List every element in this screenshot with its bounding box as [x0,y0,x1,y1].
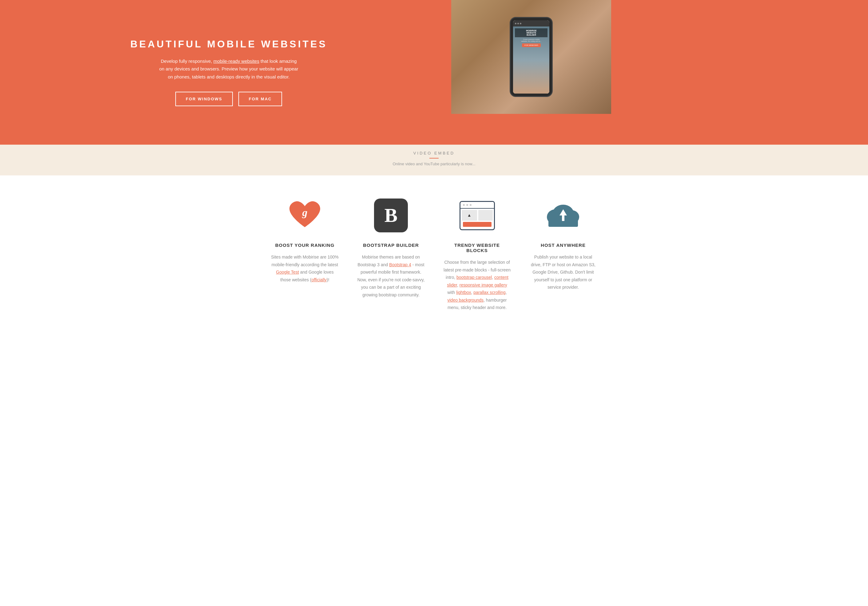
bootstrap4-link[interactable]: Bootstrap 4 [389,262,411,267]
phone-screen: MOBIRISEWEBSITEBUILDER Create awesome mo… [513,20,549,93]
host-anywhere-desc: Publish your website to a local drive, F… [529,253,597,291]
boost-ranking-desc: Sites made with Mobirise are 100% mobile… [271,253,339,283]
blocks-dot-3 [470,204,471,206]
cloud-upload-icon [545,200,582,231]
boost-ranking-title: BOOST YOUR RANKING [275,242,335,248]
bootstrap-builder-desc: Mobirise themes are based on Bootstrap 3… [357,253,425,298]
phone-content-area: MOBIRISEWEBSITEBUILDER Create awesome mo… [513,26,549,93]
blocks-top-row: ▲ [462,210,493,221]
feature-bootstrap-builder: B BOOTSTRAP BUILDER Mobirise themes are … [348,197,434,311]
windows-button[interactable]: FOR WINDOWS [175,92,233,106]
cloud-icon-wrap [545,197,582,234]
hero-buttons: FOR WINDOWS FOR MAC [175,92,282,106]
video-embed-strip: VIDEO EMBED Online video and YouTube par… [0,145,868,176]
cursor-icon: ▲ [467,213,471,218]
phone-device: MOBIRISEWEBSITEBUILDER Create awesome mo… [510,17,553,97]
hero-left: BEAUTIFUL MOBILE WEBSITES Develop fully … [0,0,451,145]
trendy-blocks-title: TRENDY WEBSITE BLOCKS [443,242,511,253]
features-section: g BOOST YOUR RANKING Sites made with Mob… [0,176,868,330]
phone-header-bar [513,20,549,26]
phone-windows-btn: FOR WINDOWS [522,44,541,47]
video-embed-divider [429,158,439,158]
phone-subtitle: Create awesome mobilewebsites. No coding… [521,39,542,42]
blocks-dot-1 [463,204,465,206]
mobile-ready-link[interactable]: mobile-ready websites [214,59,259,64]
bootstrap-carousel-link[interactable]: bootstrap carousel [456,275,492,280]
bootstrap-icon-wrap: B [372,197,409,234]
blocks-cursor-area: ▲ [460,209,494,229]
officially-link[interactable]: officially [312,277,327,282]
feature-trendy-blocks: ▲ TRENDY WEBSITE BLOCKS Choose from the … [434,197,520,311]
phone-dot-1 [515,23,516,24]
hero-right: MOBIRISEWEBSITEBUILDER Create awesome mo… [451,0,868,145]
bootstrap-b-icon: B [374,199,408,232]
video-backgrounds-link[interactable]: video backgrounds [447,298,484,303]
blocks-dot-2 [466,204,468,206]
feature-host-anywhere: HOST ANYWHERE Publish your website to a … [520,197,606,311]
blocks-cursor-box: ▲ [462,210,477,221]
bootstrap-builder-title: BOOTSTRAP BUILDER [363,242,419,248]
blocks-icon-wrap: ▲ [459,197,496,234]
video-embed-text: Online video and YouTube particularly is… [392,162,475,166]
browser-blocks-icon: ▲ [460,201,495,230]
hero-phone-image: MOBIRISEWEBSITEBUILDER Create awesome mo… [451,0,611,114]
phone-title-block: MOBIRISEWEBSITEBUILDER [515,28,547,37]
host-anywhere-title: HOST ANYWHERE [541,242,586,248]
video-embed-label: VIDEO EMBED [413,151,455,155]
trendy-blocks-desc: Choose from the large selection of lates… [443,258,511,311]
phone-dot-3 [520,23,521,24]
hero-title: BEAUTIFUL MOBILE WEBSITES [130,39,327,50]
mac-button[interactable]: FOR MAC [239,92,282,106]
parallax-scrolling-link[interactable]: parallax scrolling [473,290,505,295]
blocks-bottom-bar [463,222,491,227]
phone-dot-2 [517,23,519,24]
blocks-titlebar [460,202,494,209]
heart-icon-wrap: g [286,197,323,234]
hero-section: BEAUTIFUL MOBILE WEBSITES Develop fully … [0,0,868,145]
feature-boost-ranking: g BOOST YOUR RANKING Sites made with Mob… [262,197,348,311]
svg-text:g: g [302,207,308,218]
hero-description: Develop fully responsive, mobile-ready w… [158,57,299,81]
heart-google-icon: g [288,200,322,231]
phone-simulation: MOBIRISEWEBSITEBUILDER Create awesome mo… [451,0,611,114]
blocks-side-fill [478,210,493,221]
google-test-link[interactable]: Google Test [276,270,299,275]
lightbox-link[interactable]: lightbox [456,290,471,295]
responsive-gallery-link[interactable]: responsive image gallery [460,283,507,287]
